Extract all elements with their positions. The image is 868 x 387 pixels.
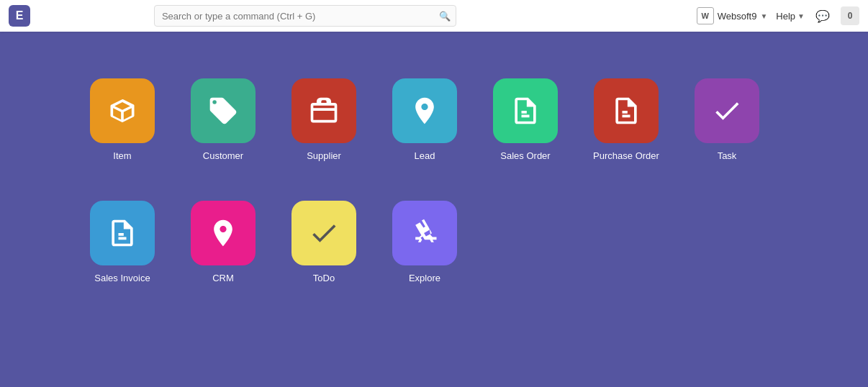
search-input[interactable] [154, 5, 456, 27]
app-item-item[interactable]: Item [72, 71, 173, 172]
item-label: Item [113, 150, 131, 161]
document2-icon [610, 95, 642, 127]
sales-order-label: Sales Order [500, 150, 550, 161]
todo-icon-wrap [291, 201, 356, 265]
sales-invoice-label: Sales Invoice [94, 273, 150, 283]
task-label: Task [718, 150, 737, 161]
app-item-sales-order[interactable]: Sales Order [475, 71, 576, 172]
app-item-purchase-order[interactable]: Purchase Order [576, 71, 677, 172]
app-item-todo[interactable]: ToDo [273, 194, 374, 294]
app-logo: E [9, 5, 30, 27]
notification-badge[interactable]: 0 [841, 6, 859, 25]
customer-icon-wrap [191, 78, 256, 143]
workspace-chevron-icon: ▼ [760, 12, 767, 20]
app-row-1: Item Customer Supplier [72, 71, 796, 172]
crm-label: CRM [212, 273, 234, 283]
tag-icon [207, 95, 239, 127]
supplier-icon-wrap [291, 78, 356, 143]
header: E 🔍 W Websoft9 ▼ Help ▼ 💬 0 [0, 0, 868, 32]
chat-icon[interactable]: 💬 [813, 6, 832, 25]
todo-label: ToDo [313, 273, 335, 283]
app-item-lead[interactable]: Lead [374, 71, 475, 172]
check2-icon [308, 217, 340, 249]
workspace-icon: W [697, 7, 714, 24]
workspace-button[interactable]: W Websoft9 ▼ [697, 7, 768, 24]
person-pin-icon [409, 95, 440, 127]
app-item-customer[interactable]: Customer [173, 71, 273, 172]
explore-label: Explore [409, 273, 440, 283]
header-right: W Websoft9 ▼ Help ▼ 💬 0 [697, 6, 859, 25]
search-icon: 🔍 [439, 11, 451, 22]
document-icon [510, 95, 541, 127]
lead-icon-wrap [392, 78, 457, 143]
task-icon-wrap [695, 78, 759, 143]
lead-label: Lead [415, 150, 435, 161]
main-content: Item Customer Supplier [0, 32, 868, 334]
help-chevron-icon: ▼ [797, 12, 805, 20]
person-pin2-icon [207, 217, 239, 249]
customer-label: Customer [203, 150, 243, 161]
search-bar: 🔍 [154, 5, 456, 27]
explore-icon-wrap [392, 201, 457, 265]
app-item-supplier[interactable]: Supplier [273, 71, 374, 172]
app-item-crm[interactable]: CRM [173, 194, 273, 294]
supplier-label: Supplier [307, 150, 341, 161]
app-row-2: Sales Invoice CRM ToDo [72, 194, 796, 294]
telescope-icon [409, 217, 440, 249]
box-icon [107, 95, 138, 127]
crm-icon-wrap [191, 201, 256, 265]
document3-icon [107, 217, 138, 249]
check-icon [711, 95, 743, 127]
briefcase-icon [308, 95, 340, 127]
sales-order-icon-wrap [493, 78, 558, 143]
purchase-order-label: Purchase Order [593, 150, 659, 161]
app-item-explore[interactable]: Explore [374, 194, 475, 294]
sales-invoice-icon-wrap [90, 201, 155, 265]
item-icon-wrap [90, 78, 155, 143]
app-item-task[interactable]: Task [677, 71, 777, 172]
help-button[interactable]: Help ▼ [776, 11, 805, 22]
purchase-order-icon-wrap [594, 78, 659, 143]
app-item-sales-invoice[interactable]: Sales Invoice [72, 194, 173, 294]
